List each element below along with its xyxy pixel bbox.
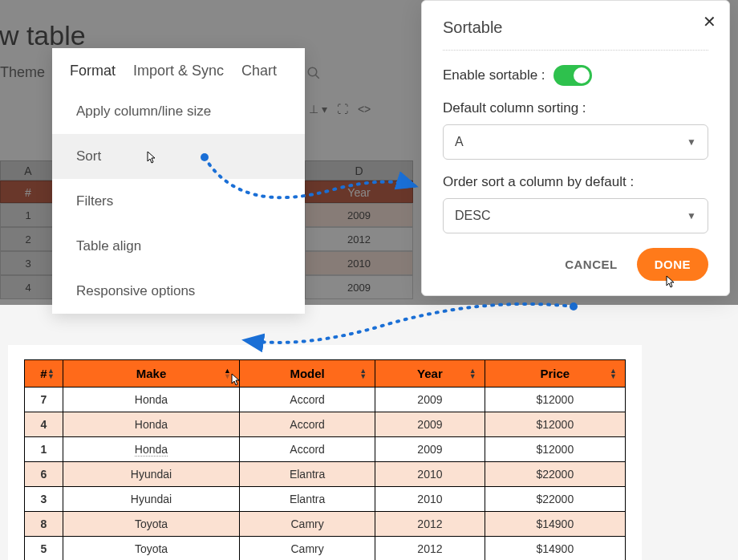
- table-row: 4HondaAccord2009$12000: [25, 412, 626, 437]
- menu-filters[interactable]: Filters: [52, 179, 305, 224]
- cell-price: $12000: [485, 388, 625, 412]
- cell-model: Accord: [240, 412, 375, 437]
- search-icon[interactable]: [306, 66, 321, 84]
- enable-sortable-row: Enable sortable :: [443, 65, 708, 86]
- default-col-label: Default column sorting :: [443, 100, 708, 116]
- th-label: #: [40, 367, 47, 380]
- format-dropdown: Format Import & Sync Chart Apply column/…: [52, 48, 305, 314]
- th-label: Make: [136, 367, 167, 380]
- cell-make: Honda: [63, 412, 240, 437]
- order-select[interactable]: DESC ▼: [443, 198, 708, 233]
- th-label: Year: [417, 367, 443, 380]
- tab-chart[interactable]: Chart: [241, 63, 277, 79]
- chevron-down-icon: ▼: [687, 136, 696, 148]
- table-row: 6HyundaiElantra2010$22000: [25, 462, 626, 487]
- menu-sort[interactable]: Sort: [52, 134, 305, 179]
- cell-make: Hyundai: [63, 462, 240, 487]
- cancel-button[interactable]: CANCEL: [565, 258, 618, 271]
- result-table-area: # ▲▼ Make ▲▼ Model ▲▼ Year ▲▼ Price ▲▼: [8, 345, 642, 560]
- cell-year: 2010: [375, 487, 485, 512]
- cell-num: 3: [25, 487, 63, 512]
- table-row: 3HyundaiElantra2010$22000: [25, 487, 626, 512]
- cell-make: Toyota: [63, 512, 240, 537]
- cell-price: $14900: [485, 512, 625, 537]
- cell-price: $12000: [485, 412, 625, 437]
- tab-format[interactable]: Format: [70, 63, 116, 79]
- chevron-down-icon: ▼: [687, 210, 696, 221]
- cell-make: Toyota: [63, 537, 240, 561]
- cell-num: 7: [25, 388, 63, 412]
- table-row: 5ToyotaCamry2012$14900: [25, 537, 626, 561]
- cell-make: Hyundai: [63, 487, 240, 512]
- menu-table-align[interactable]: Table align: [52, 224, 305, 269]
- menu-apply-size[interactable]: Apply column/line size: [52, 89, 305, 134]
- tab-import-sync[interactable]: Import & Sync: [133, 63, 224, 79]
- cell-model: Accord: [240, 437, 375, 462]
- result-table: # ▲▼ Make ▲▼ Model ▲▼ Year ▲▼ Price ▲▼: [24, 359, 626, 560]
- sort-icon[interactable]: ▲▼: [47, 368, 55, 379]
- cell-make: Honda: [63, 388, 240, 412]
- cell-price: $12000: [485, 437, 625, 462]
- modal-title: Sortable: [443, 18, 708, 51]
- cell-num: 1: [25, 437, 63, 462]
- order-label: Order sort a column by default :: [443, 174, 708, 190]
- th-label: Price: [540, 367, 570, 380]
- th-year[interactable]: Year ▲▼: [375, 360, 485, 388]
- table-row: 8ToyotaCamry2012$14900: [25, 512, 626, 537]
- table-row: 7HondaAccord2009$12000: [25, 388, 626, 412]
- order-value: DESC: [455, 209, 490, 223]
- th-price[interactable]: Price ▲▼: [485, 360, 625, 388]
- cell-model: Elantra: [240, 487, 375, 512]
- sort-icon[interactable]: ▲▼: [224, 368, 231, 379]
- enable-sortable-label: Enable sortable :: [443, 67, 545, 83]
- cell-num: 6: [25, 462, 63, 487]
- default-col-value: A: [455, 135, 464, 149]
- th-make[interactable]: Make ▲▼: [63, 360, 240, 388]
- cell-num: 8: [25, 512, 63, 537]
- cell-year: 2009: [375, 412, 485, 437]
- enable-sortable-toggle[interactable]: [554, 65, 592, 86]
- sort-icon[interactable]: ▲▼: [359, 368, 367, 379]
- close-icon[interactable]: ✕: [703, 12, 716, 31]
- dropdown-tabs: Format Import & Sync Chart: [52, 48, 305, 89]
- th-label: Model: [290, 367, 324, 380]
- cell-model: Camry: [240, 537, 375, 561]
- cell-year: 2009: [375, 388, 485, 412]
- sortable-modal: ✕ Sortable Enable sortable : Default col…: [421, 0, 730, 296]
- cell-price: $14900: [485, 537, 625, 561]
- cell-price: $22000: [485, 487, 625, 512]
- cell-year: 2009: [375, 437, 485, 462]
- cell-year: 2012: [375, 512, 485, 537]
- cell-year: 2010: [375, 462, 485, 487]
- svg-line-1: [315, 75, 319, 79]
- default-col-select[interactable]: A ▼: [443, 124, 708, 160]
- cell-model: Accord: [240, 388, 375, 412]
- svg-point-0: [308, 67, 317, 76]
- cell-model: Elantra: [240, 462, 375, 487]
- cell-num: 5: [25, 537, 63, 561]
- sort-icon[interactable]: ▲▼: [469, 368, 476, 379]
- menu-responsive[interactable]: Responsive options: [52, 269, 305, 314]
- th-num[interactable]: # ▲▼: [25, 360, 63, 388]
- cell-price: $22000: [485, 462, 625, 487]
- cell-year: 2012: [375, 537, 485, 561]
- done-button[interactable]: DONE: [637, 248, 708, 281]
- sort-icon[interactable]: ▲▼: [610, 368, 617, 379]
- modal-footer: CANCEL DONE: [443, 248, 708, 281]
- th-model[interactable]: Model ▲▼: [240, 360, 375, 388]
- cell-make: Honda: [63, 437, 240, 462]
- table-row: 1HondaAccord2009$12000: [25, 437, 626, 462]
- cell-num: 4: [25, 412, 63, 437]
- cell-model: Camry: [240, 512, 375, 537]
- table-header-row: # ▲▼ Make ▲▼ Model ▲▼ Year ▲▼ Price ▲▼: [25, 360, 626, 388]
